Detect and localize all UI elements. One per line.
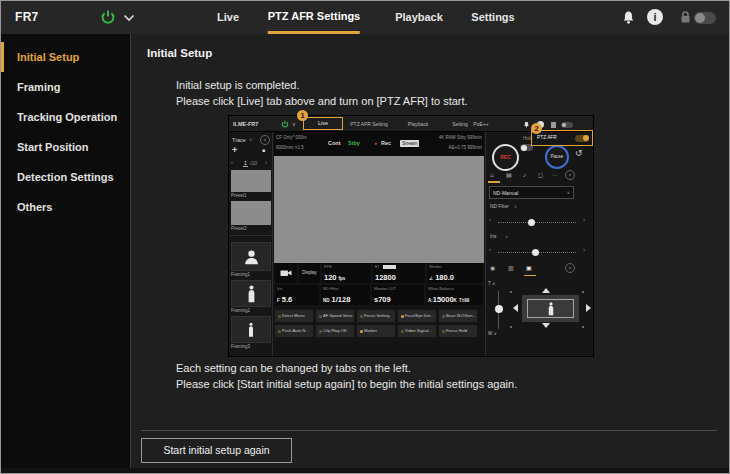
sidebar-item-others[interactable]: Others [1,192,130,222]
fn-focus-setting: Focus Setting [357,310,395,322]
tab-ptz-afr-settings[interactable]: PTZ AFR Settings [268,1,360,34]
start-initial-setup-again-button[interactable]: Start initial setup again [141,438,292,463]
page-title: Initial Setup [147,47,212,59]
info-icon[interactable]: i [647,9,663,25]
mini-status-stby: Stby [348,140,360,146]
fn-clip-flag-ok: Clip Flag OK [316,325,354,337]
mini-page-number: 1 [243,160,248,167]
pan-up-arrow-icon [542,288,550,293]
nd-slider-knob [528,219,535,226]
nd-slider-track [498,222,576,223]
mini-page-total: /10 [250,160,257,166]
bars-icon: ▥ [508,262,514,274]
mini-status-lens-line2: 8000mm ×1.5 [276,145,304,150]
home-icon: ⌂ [490,169,494,181]
home-active-underline [488,181,500,183]
pan-down-arrow-icon [542,323,550,328]
mini-power-icon [281,120,289,128]
mini-tab-setting: Setting [452,116,468,132]
iris-label: Iris [490,234,496,239]
device-name: FR7 [15,1,39,34]
mini-status-bar: CF Only* 000m 8000mm ×1.5 Cont Stby ● Re… [274,132,484,156]
fn-direct-menu: Direct Menu [275,310,313,322]
dpad-dot-nw [510,291,512,293]
fn-focus-hold: Focus Hold [439,325,477,337]
mini-preset-panel: Trace ∨ ∧ + ■ ‹ 1 /10 › Preset1 Preset2 … [229,132,273,356]
mini-add-preset-icon: + [232,145,237,155]
mini-display-button: Display [299,263,320,283]
tele-label: T ∧ [488,281,495,286]
mini-lock-icon [551,122,556,128]
mini-video-preview [274,156,484,263]
nd-filter-chevron-down-icon: ∨ [514,204,517,209]
main-content: Initial Setup Initial setup is completed… [132,34,730,468]
live-ui-illustration: 1 2 ILME-FR7 ∨ Live PTZ AFR Setting Play… [229,116,593,356]
sidebar-item-framing[interactable]: Framing [1,72,130,102]
sidebar-item-start-position[interactable]: Start Position [1,132,130,162]
mini-function-buttons: Direct Menu AF Speed Sens. Focus Setting… [275,310,484,340]
mini-status-lens-line1: CF Only* 000m [276,135,307,140]
sidebar-item-detection-settings[interactable]: Detection Settings [1,162,130,192]
wide-label: W ∨ [488,331,497,336]
mini-tab-live-highlight: Live [303,117,343,130]
mini-preset1-thumbnail [231,170,271,192]
mini-left-divider [229,235,273,236]
iris-chevron-down-icon: ∨ [505,234,508,239]
more-icon: ⋯ [552,169,558,181]
fr7-web-app-window: FR7 Live PTZ AFR Settings Playback Setti… [0,0,730,474]
iris-slider-right-icon: › [583,246,585,252]
mini-iris-box: Iris F 5.6 [275,285,319,305]
mini-framing3-label: Framing3 [231,344,250,349]
dpad-dot-se [582,326,584,328]
callout-badge-2: 2 [531,123,542,134]
dpad-dot-sw [510,326,512,328]
fn-video-signal: Video Signal... [398,325,436,337]
lock-icon [679,10,692,24]
panel-collapse-chevron-up-icon: ∧ [565,170,575,180]
power-chevron-down-icon[interactable] [123,14,135,22]
mini-camera-info: Display FPS 120 fps EI 12800 Shutter [275,263,484,307]
callout-badge-1: 1 [297,110,308,121]
mini-rec-button: REC [492,144,519,171]
mini-framing1-label: Framing1 [231,272,250,277]
power-icon[interactable] [100,9,116,25]
iris-slider-knob [532,249,539,256]
nd-mode-dropdown: ND-Manual ∨ [489,186,574,199]
mini-tab-playback: Playback [408,116,428,132]
mini-stop-icon: ■ [262,147,265,153]
bottom-divider [141,430,717,431]
intro-text: Initial setup is completed. Please click… [176,78,468,109]
tab-playback[interactable]: Playback [395,1,443,34]
mini-trace-chevron-down-icon: ∨ [249,137,252,142]
mini-pause-button: Pause [545,145,569,169]
pan-left-arrow-icon [513,304,518,312]
mini-preset1-label: Preset1 [231,193,247,198]
sidebar-item-tracking-operation[interactable]: Tracking Operation [1,102,130,132]
mini-framing2-label: Framing2 [231,308,250,313]
tab-live[interactable]: Live [217,1,239,34]
fn-base-iso-sen: Base ISO/Sen... [439,310,477,322]
mini-shutter-box: Shutter ∠ 180.0 [427,263,483,283]
mini-camera-icon-button [275,263,297,283]
mini-status-right2: AE+0.75 999min [449,145,482,150]
mini-status-cont: Cont [328,140,341,146]
outro-line-1: Each setting can be changed by tabs on t… [176,361,517,377]
mini-bell-icon [523,121,530,128]
mini-fps-box: FPS 120 fps [322,263,371,283]
mini-rec-dot-icon: ● [374,140,377,146]
frame-select-icon: ▣ [526,262,532,274]
mini-ei-box: EI 12800 [373,263,425,283]
panel2-collapse-chevron-up-icon: ∧ [565,263,575,273]
notifications-bell-icon[interactable] [621,10,636,25]
sidebar-item-initial-setup[interactable]: Initial Setup [1,42,130,72]
mini-pager-next-icon: › [265,159,267,165]
camera-icon [280,269,292,277]
mini-collapse-chevron-up-icon: ∧ [260,135,270,145]
mini-poe-status: PoE++ [473,116,488,132]
fn-face-eye-det: Face/Eye Det... [398,310,436,322]
dpad-inner-frame [527,299,574,318]
lock-toggle[interactable] [694,12,716,24]
tab-settings[interactable]: Settings [471,1,514,34]
dpad-person-icon [547,302,555,316]
mini-preset2-label: Preset2 [231,226,247,231]
